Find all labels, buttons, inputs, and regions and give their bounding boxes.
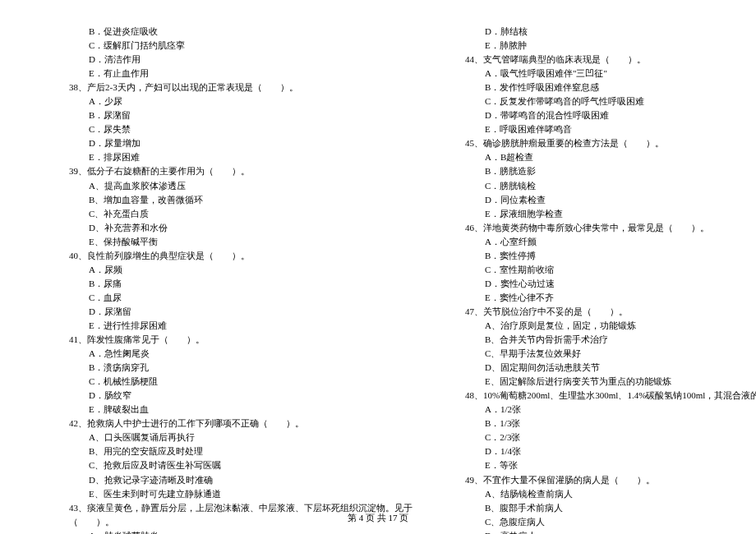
option: C．机械性肠梗阻 (49, 375, 413, 389)
option: C．室性期前收缩 (445, 263, 756, 277)
question-47: 47、关节脱位治疗中不妥的是（ ）。 (445, 305, 756, 319)
option: D．带哮鸣音的混合性呼吸困难 (445, 108, 756, 122)
option: B、用完的空安瓿应及时处理 (49, 444, 413, 458)
option: D．1/4张 (445, 444, 756, 458)
option: B．窦性停搏 (445, 249, 756, 263)
option: B．发作性呼吸困难伴窒息感 (445, 81, 756, 94)
option: C、补充蛋白质 (49, 207, 413, 221)
option: D．肠纹窄 (49, 389, 413, 403)
option: B．溃疡病穿孔 (49, 361, 413, 375)
question-44: 44、支气管哮喘典型的临床表现是（ ）。 (445, 53, 756, 67)
option: A、提高血浆胶体渗透压 (49, 179, 413, 193)
option: E．有止血作用 (49, 67, 413, 81)
question-46: 46、洋地黄类药物中毒所致心律失常中，最常见是（ ）。 (445, 221, 756, 235)
option: B．尿痛 (49, 277, 413, 291)
option: E．脾破裂出血 (49, 403, 413, 417)
option: A．B超检查 (445, 150, 756, 164)
option: C．尿失禁 (49, 122, 413, 136)
question-40: 40、良性前列腺增生的典型症状是（ ）。 (49, 249, 413, 263)
option: D、高热病人 (445, 529, 756, 534)
option: B．膀胱造影 (445, 164, 756, 178)
option: A．1/2张 (445, 403, 756, 417)
option: E．尿液细胞学检查 (445, 207, 756, 221)
option: A、口头医嘱复诵后再执行 (49, 430, 413, 444)
option: A．急性阑尾炎 (49, 347, 413, 361)
option: A、结肠镜检查前病人 (445, 487, 756, 501)
option: D．同位素检查 (445, 193, 756, 207)
option: A．吸气性呼吸困难伴"三凹征" (445, 67, 756, 81)
option: B、增加血容量，改善微循环 (49, 193, 413, 207)
option: B、合并关节内骨折需手术治疗 (445, 333, 756, 347)
option: A．肺炎球菌肺炎 (49, 529, 413, 534)
option: B．促进炎症吸收 (49, 25, 413, 39)
option: E．等张 (445, 458, 756, 472)
right-column: D．肺结核 E．肺脓肿 44、支气管哮喘典型的临床表现是（ ）。 A．吸气性呼吸… (437, 25, 756, 534)
option: D．尿量增加 (49, 136, 413, 150)
option: E．呼吸困难伴哮鸣音 (445, 122, 756, 136)
option: E．窦性心律不齐 (445, 291, 756, 305)
option: D．窦性心动过速 (445, 277, 756, 291)
option: C．2/3张 (445, 430, 756, 444)
option: A．少尿 (49, 94, 413, 108)
option: E、固定解除后进行病变关节为重点的功能锻炼 (445, 375, 756, 389)
option: B．尿潴留 (49, 108, 413, 122)
option: D．尿潴留 (49, 305, 413, 319)
option: C．反复发作带哮鸣音的呼气性呼吸困难 (445, 94, 756, 108)
option: E．肺脓肿 (445, 39, 756, 53)
left-column: B．促进炎症吸收 C．缓解肛门括约肌痉挛 D．清洁作用 E．有止血作用 38、产… (49, 25, 437, 534)
option: D．清洁作用 (49, 53, 413, 67)
option: C．缓解肛门括约肌痉挛 (49, 39, 413, 53)
option: A．尿频 (49, 263, 413, 277)
option: D、固定期间勿活动患肢关节 (445, 361, 756, 375)
question-38: 38、产后2-3天内，产妇可以出现的正常表现是（ ）。 (49, 81, 413, 94)
option: C．血尿 (49, 291, 413, 305)
option: A．心室纤颤 (445, 235, 756, 249)
page-content: B．促进炎症吸收 C．缓解肛门括约肌痉挛 D．清洁作用 E．有止血作用 38、产… (0, 0, 756, 534)
option: C．膀胱镜检 (445, 179, 756, 193)
option: D、抢救记录字迹清晰及时准确 (49, 473, 413, 487)
option: A、治疗原则是复位，固定，功能锻炼 (445, 319, 756, 333)
option: E．进行性排尿困难 (49, 319, 413, 333)
question-45: 45、确诊膀胱肿瘤最重要的检查方法是（ ）。 (445, 136, 756, 150)
option: D．肺结核 (445, 25, 756, 39)
option: C、早期手法复位效果好 (445, 347, 756, 361)
question-42: 42、抢救病人中护士进行的工作下列哪项不正确（ ）。 (49, 417, 413, 430)
option: E、医生未到时可先建立静脉通道 (49, 487, 413, 501)
option: B．1/3张 (445, 417, 756, 430)
page-footer: 第 4 页 共 17 页 (0, 512, 756, 524)
question-48: 48、10%葡萄糖200ml、生理盐水300ml、1.4%碳酸氢钠100ml，其… (445, 389, 756, 403)
option: D、补充营养和水份 (49, 221, 413, 235)
option: E、保持酸碱平衡 (49, 235, 413, 249)
option: C、抢救后应及时请医生补写医嘱 (49, 458, 413, 472)
question-49: 49、不宜作大量不保留灌肠的病人是（ ）。 (445, 473, 756, 487)
question-39: 39、低分子右旋糖酐的主要作用为（ ）。 (49, 164, 413, 178)
question-41: 41、阵发性腹痛常见于（ ）。 (49, 333, 413, 347)
option: E．排尿困难 (49, 150, 413, 164)
